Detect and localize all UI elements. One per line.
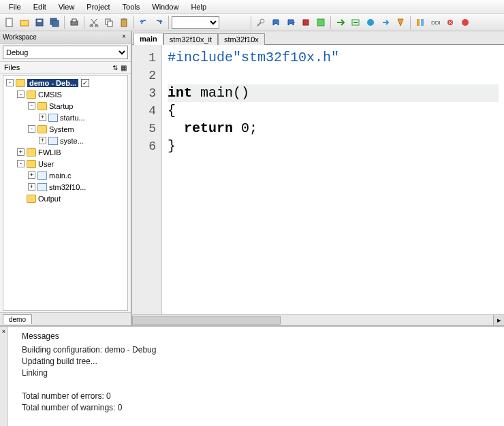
folder-icon bbox=[27, 195, 36, 203]
break-button[interactable] bbox=[458, 16, 472, 29]
reset-button[interactable] bbox=[443, 16, 457, 29]
cut-button[interactable] bbox=[87, 16, 101, 29]
svg-rect-3 bbox=[37, 20, 42, 22]
svg-text:DDD: DDD bbox=[431, 20, 440, 26]
toggle-bp-button[interactable] bbox=[364, 16, 377, 29]
expand-icon[interactable]: + bbox=[39, 114, 46, 121]
scrollbar-right-arrow[interactable]: ▸ bbox=[493, 315, 504, 325]
editor-tab-main[interactable]: main bbox=[133, 33, 163, 45]
files-sort-icon[interactable]: ⇅ bbox=[112, 64, 118, 71]
tree-item-label: syste... bbox=[60, 137, 84, 145]
open-button[interactable] bbox=[18, 16, 31, 29]
tree-item-label: Output bbox=[38, 195, 61, 203]
project-tree[interactable]: -demo - Deb...✓-CMSIS-Startup+startu...-… bbox=[3, 75, 128, 311]
collapse-icon[interactable]: - bbox=[28, 125, 35, 133]
nav-icon[interactable] bbox=[314, 16, 328, 29]
line-number: 4 bbox=[132, 102, 156, 120]
message-line bbox=[22, 379, 490, 391]
message-line: Linking bbox=[22, 367, 490, 379]
expand-icon[interactable]: + bbox=[28, 171, 35, 179]
expand-icon[interactable]: + bbox=[17, 148, 25, 156]
undo-button[interactable] bbox=[137, 16, 151, 29]
menu-view[interactable]: View bbox=[52, 1, 81, 12]
workspace-close-button[interactable]: × bbox=[120, 33, 128, 42]
go-button[interactable] bbox=[379, 16, 392, 29]
menu-file[interactable]: File bbox=[3, 1, 27, 12]
messages-close-button[interactable]: × bbox=[0, 327, 8, 426]
editor-hscrollbar[interactable]: ▸ bbox=[132, 314, 504, 325]
stop-debug-button[interactable] bbox=[394, 16, 407, 29]
menu-edit[interactable]: Edit bbox=[27, 1, 52, 12]
menu-bar: FileEditViewProjectToolsWindowHelp bbox=[0, 0, 504, 14]
collapse-icon[interactable]: - bbox=[28, 102, 35, 110]
code-line[interactable]: return 0; bbox=[168, 120, 499, 137]
tree-item[interactable]: Output bbox=[3, 193, 127, 204]
collapse-icon[interactable]: - bbox=[6, 79, 14, 86]
workspace-tab-demo[interactable]: demo bbox=[3, 314, 32, 324]
c-file-icon bbox=[48, 114, 58, 122]
tree-item[interactable]: +syste... bbox=[3, 135, 127, 146]
svg-rect-7 bbox=[72, 19, 76, 22]
save-button[interactable] bbox=[33, 16, 46, 29]
tree-item[interactable]: +FWLIB bbox=[3, 146, 127, 158]
print-button[interactable] bbox=[67, 16, 81, 29]
tree-item-label: System bbox=[49, 125, 74, 133]
redo-button[interactable] bbox=[152, 16, 166, 29]
tree-item[interactable]: -User bbox=[3, 158, 127, 169]
svg-rect-15 bbox=[303, 20, 309, 25]
collapse-icon[interactable]: - bbox=[17, 160, 25, 167]
expand-icon[interactable]: + bbox=[39, 137, 46, 144]
messages-lines: Building configuration: demo - DebugUpda… bbox=[22, 344, 490, 414]
tree-item[interactable]: +stm32f10... bbox=[3, 181, 127, 193]
menu-project[interactable]: Project bbox=[80, 1, 116, 12]
files-label: Files bbox=[4, 63, 20, 71]
svg-point-14 bbox=[260, 19, 264, 23]
files-view-icon[interactable]: ▦ bbox=[121, 64, 127, 71]
tree-item[interactable]: -CMSIS bbox=[3, 88, 127, 100]
tree-item[interactable]: +main.c bbox=[3, 169, 127, 181]
workspace-panel: Workspace × Debug Files ⇅ ▦ -demo - Deb.… bbox=[0, 31, 132, 325]
code-line[interactable]: #include"stm32f10x.h" bbox=[168, 49, 499, 67]
tree-item[interactable]: -Startup bbox=[3, 100, 127, 112]
copy-button[interactable] bbox=[102, 16, 116, 29]
code-line[interactable]: int main() bbox=[168, 84, 499, 102]
code-line[interactable]: { bbox=[168, 102, 499, 120]
message-line: Total number of warnings: 0 bbox=[22, 402, 490, 414]
workspace-titlebar: Workspace × bbox=[0, 31, 131, 44]
menu-window[interactable]: Window bbox=[146, 1, 185, 12]
make-button[interactable] bbox=[349, 16, 362, 29]
save-all-button[interactable] bbox=[48, 16, 61, 29]
new-file-button[interactable] bbox=[3, 16, 16, 29]
config-select[interactable]: Debug bbox=[3, 46, 128, 59]
compile-button[interactable] bbox=[334, 16, 347, 29]
toolbar-select[interactable] bbox=[172, 16, 219, 29]
code-line[interactable] bbox=[168, 67, 499, 84]
tree-item[interactable]: -demo - Deb...✓ bbox=[3, 77, 127, 88]
tool-icon[interactable] bbox=[254, 16, 268, 29]
tree-item[interactable]: +startu... bbox=[3, 112, 127, 123]
bookmark-prev-icon[interactable] bbox=[269, 16, 283, 29]
expand-icon[interactable]: + bbox=[28, 183, 35, 191]
paste-button[interactable] bbox=[117, 16, 131, 29]
tree-item-label: startu... bbox=[60, 114, 85, 122]
debug-button[interactable]: DDD bbox=[428, 16, 442, 29]
svg-rect-16 bbox=[317, 19, 324, 26]
tree-item[interactable]: -System bbox=[3, 123, 127, 135]
scrollbar-thumb[interactable] bbox=[132, 316, 281, 325]
bookmark-next-icon[interactable] bbox=[284, 16, 298, 29]
menu-help[interactable]: Help bbox=[185, 1, 212, 12]
folder-icon bbox=[27, 91, 36, 99]
editor-area: mainstm32f10x_itstm32f10x 123456 #includ… bbox=[132, 31, 504, 325]
tree-item-label: main.c bbox=[49, 171, 71, 180]
menu-tools[interactable]: Tools bbox=[116, 1, 146, 12]
line-number: 6 bbox=[132, 137, 156, 155]
line-number: 1 bbox=[132, 49, 156, 67]
svg-point-18 bbox=[367, 19, 374, 26]
bookmark-toggle-icon[interactable] bbox=[299, 16, 313, 29]
code-line[interactable]: } bbox=[168, 137, 499, 155]
collapse-icon[interactable]: - bbox=[17, 91, 25, 98]
download-button[interactable] bbox=[413, 16, 427, 29]
editor-tab-stm32f10x_it[interactable]: stm32f10x_it bbox=[163, 33, 218, 45]
code-view[interactable]: #include"stm32f10x.h" int main(){ return… bbox=[162, 45, 504, 314]
editor-tab-stm32f10x[interactable]: stm32f10x bbox=[218, 33, 265, 45]
